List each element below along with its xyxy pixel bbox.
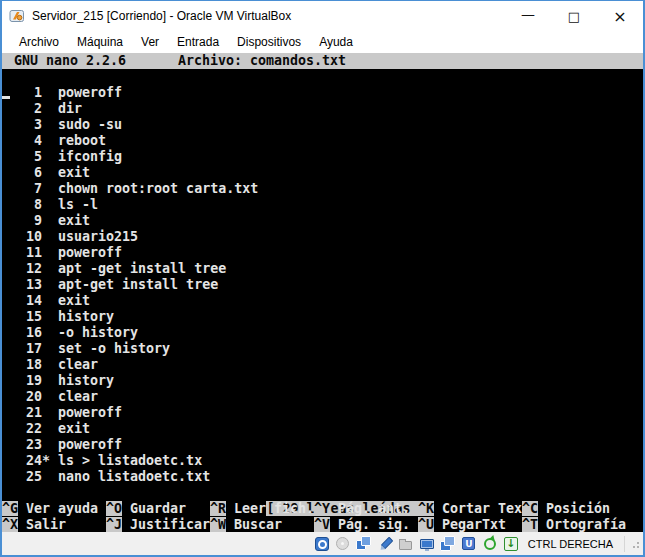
shortcut-cut-text[interactable]: ^KCortar Tex (418, 501, 522, 517)
nano-shortcuts-row-2: ^XSalir ^JJustificar ^WBuscar ^VPág. sig… (2, 517, 643, 533)
terminal-line: 21 poweroff (2, 405, 643, 421)
terminal-line: 7 chown root:root carta.txt (2, 181, 643, 197)
terminal-line: 1 poweroff (2, 85, 643, 101)
close-button[interactable]: × (597, 1, 643, 31)
menu-bar: Archivo Máquina Ver Entrada Dispositivos… (2, 31, 643, 53)
shared-folders-icon[interactable] (398, 536, 414, 552)
menu-item-entrada[interactable]: Entrada (168, 32, 228, 52)
shortcut-label: Ver ayuda (18, 501, 98, 516)
terminal-line: 20 clear (2, 389, 643, 405)
title-bar: Servidor_215 [Corriendo] - Oracle VM Vir… (2, 1, 643, 31)
virtualbox-logo-icon (9, 8, 25, 24)
shortcut-next-page[interactable]: ^VPág. sig. (314, 517, 418, 533)
terminal-cursor (2, 96, 10, 99)
shortcut-label: Posición (538, 501, 610, 516)
terminal-line: 19 history (2, 373, 643, 389)
shortcut-prev-page[interactable]: ^YPág. ant. (314, 501, 418, 517)
terminal-screen[interactable]: GNU nano 2.2.6 Archivo: comandos.txt 1 p… (2, 53, 643, 533)
minimize-button[interactable]: — (505, 1, 551, 31)
nano-version: GNU nano 2.2.6 (14, 53, 126, 69)
terminal-line: 12 apt -get install tree (2, 261, 643, 277)
terminal-line: 14 exit (2, 293, 643, 309)
terminal-line: 22 exit (2, 421, 643, 437)
display-icon[interactable] (419, 536, 435, 552)
nano-file-name: Archivo: comandos.txt (178, 53, 346, 69)
statusbar-separator (624, 536, 625, 552)
hard-disks-icon[interactable] (314, 536, 330, 552)
menu-item-dispositivos[interactable]: Dispositivos (228, 32, 310, 52)
nano-shortcuts-row-1: ^GVer ayuda ^OGuardar ^RLeer fich. ^YPág… (2, 501, 643, 517)
network-adapters-icon[interactable] (356, 536, 372, 552)
terminal-blank-row (2, 69, 643, 85)
shortcut-key: ^K (418, 501, 434, 516)
shortcut-key: ^G (2, 501, 18, 516)
usb-chip-icon[interactable] (461, 536, 477, 552)
terminal-line: 13 apt-get install tree (2, 277, 643, 293)
shortcut-label: Buscar (226, 517, 282, 532)
shortcut-label: Leer fich. (226, 501, 314, 516)
shortcut-help[interactable]: ^GVer ayuda (2, 501, 106, 517)
shortcut-read-file[interactable]: ^RLeer fich. (210, 501, 314, 517)
terminal-line: 2 dir (2, 101, 643, 117)
shortcut-label: Justificar (122, 517, 210, 532)
shortcut-key: ^W (210, 517, 226, 532)
virtualbox-window: Servidor_215 [Corriendo] - Oracle VM Vir… (0, 0, 645, 557)
shortcut-key: ^T (522, 517, 538, 532)
maximize-button[interactable]: □ (551, 1, 597, 31)
shortcut-label: Guardar (122, 501, 186, 516)
shortcut-key: ^J (106, 517, 122, 532)
nano-title-bar: GNU nano 2.2.6 Archivo: comandos.txt (2, 53, 643, 69)
shortcut-key: ^O (106, 501, 122, 516)
shortcut-justify[interactable]: ^JJustificar (106, 517, 210, 533)
terminal-line: 10 usuario215 (2, 229, 643, 245)
virtual-screens-icon[interactable] (440, 536, 456, 552)
shortcut-exit[interactable]: ^XSalir (2, 517, 106, 533)
window-controls: — □ × (505, 1, 643, 31)
vm-status-bar: CTRL DERECHA (2, 532, 643, 555)
terminal-line: 18 clear (2, 357, 643, 373)
shortcut-position[interactable]: ^CPosición (522, 501, 626, 517)
terminal-line: 25 nano listadoetc.txt (2, 469, 643, 485)
shortcut-key: ^Y (314, 501, 330, 516)
shortcut-key: ^V (314, 517, 330, 532)
terminal-line: 11 poweroff (2, 245, 643, 261)
shortcut-label: Salir (18, 517, 66, 532)
shortcut-label: Ortografía (538, 517, 626, 532)
window-title: Servidor_215 [Corriendo] - Oracle VM Vir… (32, 9, 291, 23)
terminal-line: 3 sudo -su (2, 117, 643, 133)
shortcut-label: Pág. sig. (330, 517, 410, 532)
terminal-line: 9 exit (2, 213, 643, 229)
terminal-line: 16 -o history (2, 325, 643, 341)
shortcut-label: Pág. ant. (330, 501, 410, 516)
optical-drives-icon[interactable] (335, 536, 351, 552)
terminal-line: 4 reboot (2, 133, 643, 149)
shortcut-key: ^R (210, 501, 226, 516)
terminal-content: 1 poweroff 2 dir 3 sudo -su 4 reboot 5 i… (2, 85, 643, 485)
shortcut-key: ^U (418, 517, 434, 532)
nano-status-row: [ 29 líneas leídas ] (2, 485, 643, 501)
menu-item-ver[interactable]: Ver (132, 32, 168, 52)
terminal-line: 24* ls > listadoetc.tx (2, 453, 643, 469)
terminal-line: 23 poweroff (2, 437, 643, 453)
terminal-line: 8 ls -l (2, 197, 643, 213)
terminal-line: 15 history (2, 309, 643, 325)
video-capture-pen-icon[interactable] (377, 536, 393, 552)
shortcut-label: PegarTxt (434, 517, 506, 532)
shortcut-key: ^C (522, 501, 538, 516)
shortcut-save[interactable]: ^OGuardar (106, 501, 210, 517)
shortcut-spelling[interactable]: ^TOrtografía (522, 517, 626, 533)
shortcut-search[interactable]: ^WBuscar (210, 517, 314, 533)
shortcut-key: ^X (2, 517, 18, 532)
menu-item-ayuda[interactable]: Ayuda (310, 32, 362, 52)
shortcut-paste-text[interactable]: ^UPegarTxt (418, 517, 522, 533)
shortcut-label: Cortar Tex (434, 501, 522, 516)
mouse-capture-arrow-icon[interactable] (503, 536, 519, 552)
host-key-label: CTRL DERECHA (528, 538, 613, 550)
sync-arrows-icon[interactable] (482, 536, 498, 552)
terminal-line: 6 exit (2, 165, 643, 181)
menu-item-maquina[interactable]: Máquina (68, 32, 132, 52)
terminal-line: 17 set -o history (2, 341, 643, 357)
resize-grip[interactable] (630, 538, 640, 550)
menu-item-archivo[interactable]: Archivo (10, 32, 68, 52)
terminal-line: 5 ifconfig (2, 149, 643, 165)
